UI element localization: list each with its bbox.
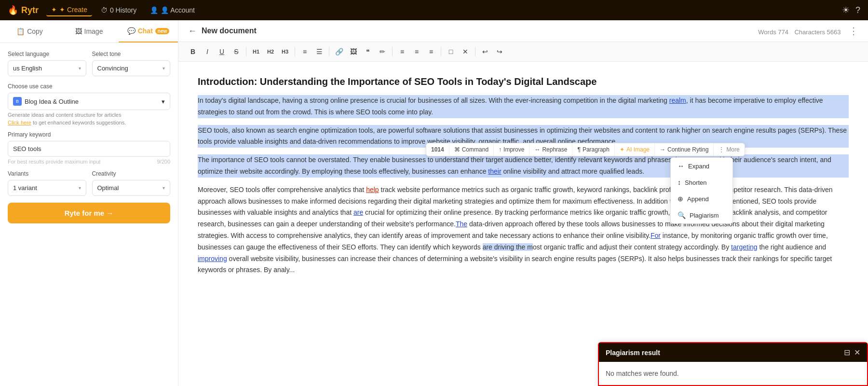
align-left-button[interactable]: ≡ <box>395 45 409 58</box>
toolbar-sep-4 <box>392 47 393 56</box>
ai-image-button[interactable]: ✦ AI Image <box>615 143 655 156</box>
char-count: Characters 5663 <box>794 28 841 36</box>
selection-count: 1014 <box>426 143 449 156</box>
image-button[interactable]: 🖼 <box>347 45 360 58</box>
plagiarism-close-button[interactable]: ✕ <box>854 348 860 357</box>
para-3-text: The importance of SEO tools cannot be ov… <box>198 156 831 175</box>
highlight-button[interactable]: ✏ <box>376 45 389 58</box>
rephrase-icon: ↔ <box>534 146 540 153</box>
doc-title: New document <box>202 27 257 35</box>
plagiarism-title: Plagiarism result <box>606 349 660 357</box>
ai-image-label: AI Image <box>626 146 650 153</box>
tone-field: Select tone Convincing ▾ <box>92 51 171 76</box>
quote-button[interactable]: ❝ <box>361 45 375 58</box>
creativity-select[interactable]: Optimal ▾ <box>92 180 171 196</box>
plagiarism-body: No matches were found. <box>599 362 867 385</box>
nav-create[interactable]: ✦ ✦ Create <box>46 4 92 16</box>
more-label: More <box>726 146 739 153</box>
use-case-icon: B <box>13 97 22 106</box>
continue-ryting-button[interactable]: → Continue Ryting <box>655 143 714 156</box>
ryte-btn-label: Ryte for me → <box>65 209 114 217</box>
logo[interactable]: 🔥 Rytr <box>8 5 39 15</box>
append-icon: ⊕ <box>678 195 683 203</box>
ryte-for-me-button[interactable]: Ryte for me → <box>8 203 170 223</box>
use-case-select[interactable]: B Blog Idea & Outline ▾ <box>8 93 170 110</box>
clear-format-button[interactable]: ✕ <box>459 45 472 58</box>
shorten-option[interactable]: ↕ Shorten <box>671 174 732 191</box>
more-options-button[interactable]: ⋮ More <box>714 143 744 156</box>
primary-keyword-label: Primary keyword <box>8 131 170 138</box>
variants-select[interactable]: 1 variant ▾ <box>8 180 86 196</box>
improve-icon: ↑ <box>499 146 502 153</box>
tone-chevron-icon: ▾ <box>163 66 165 71</box>
main-editor: ← New document Words 774 Characters 5663… <box>178 20 868 386</box>
expand-option[interactable]: ↔ Expand <box>671 158 732 174</box>
bullet-list-button[interactable]: ≡ <box>298 45 312 58</box>
help-icon[interactable]: ? <box>855 5 860 15</box>
editor-area[interactable]: Introduction: Understanding the Importan… <box>178 62 868 386</box>
italic-button[interactable]: I <box>201 45 214 58</box>
keyword-helper: Click here to get enhanced keywords sugg… <box>8 120 170 125</box>
command-label: Command <box>462 146 488 153</box>
shorten-icon: ↕ <box>678 179 681 186</box>
align-center-button[interactable]: ≡ <box>410 45 423 58</box>
redo-button[interactable]: ↪ <box>493 45 506 58</box>
variants-chevron-icon: ▾ <box>79 185 81 191</box>
align-right-button[interactable]: ≡ <box>424 45 438 58</box>
undo-button[interactable]: ↩ <box>478 45 492 58</box>
variants-value: 1 variant <box>13 184 37 192</box>
link-button[interactable]: 🔗 <box>332 45 346 58</box>
plagiarism-minimize-button[interactable]: ⊟ <box>844 348 850 357</box>
use-case-label: Choose use case <box>8 83 170 90</box>
nav-create-label: ✦ Create <box>59 6 87 14</box>
h2-button[interactable]: H2 <box>264 45 277 58</box>
ordered-list-button[interactable]: ☰ <box>312 45 326 58</box>
plagiarism-actions: ⊟ ✕ <box>844 348 860 357</box>
tone-select[interactable]: Convincing ▾ <box>92 60 171 76</box>
chat-tab-icon: 💬 <box>127 27 136 35</box>
history-icon: ⏱ <box>101 6 108 14</box>
command-button[interactable]: ⌘ Command <box>449 143 494 156</box>
tab-image[interactable]: 🖼 Image <box>59 20 119 42</box>
logo-icon: 🔥 <box>8 5 18 15</box>
tab-copy[interactable]: 📋 Copy <box>0 20 59 42</box>
plagiarism-result-text: No matches were found. <box>606 370 679 377</box>
use-case-chevron-icon: ▾ <box>162 98 165 105</box>
rephrase-label: Rephrase <box>542 146 567 153</box>
tab-chat[interactable]: 💬 Chat new <box>119 20 178 42</box>
nav-history[interactable]: ⏱ 0 History <box>96 4 141 16</box>
nav-account[interactable]: 👤 👤 Account <box>145 4 200 16</box>
image-tab-label: Image <box>84 28 103 35</box>
keyword-helper-link[interactable]: Click here <box>8 120 31 125</box>
primary-keyword-input[interactable] <box>8 141 170 157</box>
para-3: The importance of SEO tools cannot be ov… <box>198 154 849 178</box>
language-value: us English <box>13 65 42 72</box>
sidebar: 📋 Copy 🖼 Image 💬 Chat new Select languag… <box>0 20 178 386</box>
plagiarism-option[interactable]: 🔍 Plagiarism <box>671 207 732 223</box>
language-select[interactable]: us English ▾ <box>8 60 86 76</box>
shorten-label: Shorten <box>685 179 707 186</box>
language-chevron-icon: ▾ <box>79 66 81 71</box>
expand-icon: ↔ <box>678 162 684 170</box>
paragraph-button[interactable]: ¶ Paragraph <box>572 143 615 156</box>
doc-more-icon[interactable]: ⋮ <box>849 26 858 36</box>
plagiarism-header: Plagiarism result ⊟ ✕ <box>599 343 867 362</box>
toolbar-sep-5 <box>441 47 441 56</box>
expand-label: Expand <box>688 163 709 170</box>
back-button[interactable]: ← <box>188 26 197 36</box>
variants-field: Variants 1 variant ▾ <box>8 170 86 196</box>
underline-button[interactable]: U <box>215 45 229 58</box>
strikethrough-button[interactable]: S <box>230 45 243 58</box>
formatting-toolbar: B I U S H1 H2 H3 ≡ ☰ 🔗 🖼 ❝ ✏ ≡ ≡ ≡ □ ✕ ↩… <box>178 42 868 62</box>
theme-toggle-icon[interactable]: ☀ <box>842 5 850 15</box>
table-button[interactable]: □ <box>444 45 458 58</box>
bold-button[interactable]: B <box>186 45 200 58</box>
doc-heading: Introduction: Understanding the Importan… <box>198 76 849 87</box>
append-option[interactable]: ⊕ Append <box>671 191 732 207</box>
para-4-text: Moreover, SEO tools offer comprehensive … <box>198 186 833 274</box>
language-field: Select language us English ▾ <box>8 51 86 76</box>
improve-button[interactable]: ↑ Improve <box>494 143 529 156</box>
h3-button[interactable]: H3 <box>278 45 292 58</box>
rephrase-button[interactable]: ↔ Rephrase <box>529 143 572 156</box>
h1-button[interactable]: H1 <box>249 45 263 58</box>
